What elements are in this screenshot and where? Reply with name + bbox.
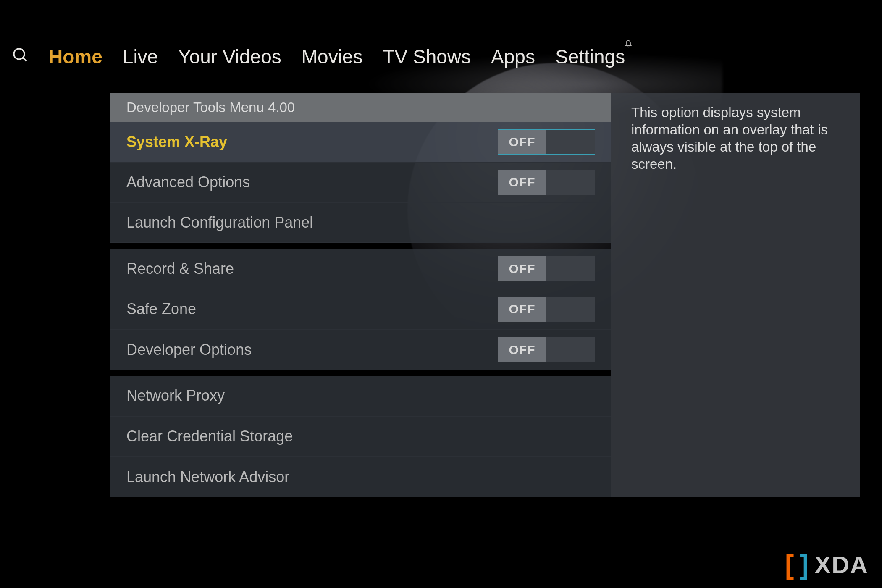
row-label: Network Proxy [126, 387, 225, 404]
toggle-system-x-ray[interactable]: OFF [498, 129, 595, 155]
row-label: System X-Ray [126, 133, 227, 151]
row-advanced-options[interactable]: Advanced Options OFF [110, 163, 611, 203]
toggle-state: OFF [498, 337, 546, 362]
row-clear-credential-storage[interactable]: Clear Credential Storage [110, 417, 611, 457]
section-divider [110, 370, 611, 376]
toggle-state: OFF [498, 170, 546, 195]
toggle-empty [546, 170, 595, 195]
info-text: This option displays system information … [631, 104, 845, 173]
row-label: Launch Configuration Panel [126, 214, 313, 231]
row-label: Launch Network Advisor [126, 468, 289, 486]
toggle-state: OFF [498, 297, 546, 322]
menu-header-label: Developer Tools Menu 4.00 [126, 100, 295, 116]
svg-line-1 [23, 58, 26, 61]
nav-settings[interactable]: Settings [555, 45, 625, 68]
notification-bell-icon [624, 30, 633, 53]
row-label: Clear Credential Storage [126, 428, 293, 445]
row-launch-configuration-panel[interactable]: Launch Configuration Panel [110, 203, 611, 243]
nav-apps[interactable]: Apps [491, 45, 535, 68]
toggle-advanced-options[interactable]: OFF [498, 170, 595, 195]
nav-movies[interactable]: Movies [302, 45, 363, 68]
developer-tools-panel: Developer Tools Menu 4.00 System X-Ray O… [110, 93, 860, 497]
bracket-right-icon: ] [800, 551, 808, 578]
watermark-text: XDA [815, 551, 869, 579]
top-nav: Home Live Your Videos Movies TV Shows Ap… [12, 45, 865, 68]
info-panel: This option displays system information … [611, 93, 860, 497]
xda-watermark: [ ] XDA [785, 551, 869, 579]
toggle-empty [546, 297, 595, 322]
search-icon[interactable] [12, 45, 29, 68]
nav-your-videos[interactable]: Your Videos [178, 45, 281, 68]
nav-live[interactable]: Live [123, 45, 158, 68]
toggle-safe-zone[interactable]: OFF [498, 297, 595, 322]
toggle-empty [546, 256, 595, 281]
toggle-state: OFF [498, 129, 546, 155]
nav-home[interactable]: Home [49, 45, 102, 68]
bracket-left-icon: [ [785, 551, 794, 578]
toggle-developer-options[interactable]: OFF [498, 337, 595, 362]
row-label: Record & Share [126, 260, 234, 278]
row-developer-options[interactable]: Developer Options OFF [110, 330, 611, 370]
nav-settings-label: Settings [555, 46, 625, 68]
row-launch-network-advisor[interactable]: Launch Network Advisor [110, 457, 611, 497]
row-label: Advanced Options [126, 173, 250, 191]
svg-point-0 [14, 49, 24, 59]
toggle-empty [546, 129, 595, 155]
toggle-state: OFF [498, 256, 546, 281]
row-safe-zone[interactable]: Safe Zone OFF [110, 289, 611, 330]
nav-tv-shows[interactable]: TV Shows [383, 45, 471, 68]
row-label: Developer Options [126, 341, 252, 359]
row-system-x-ray[interactable]: System X-Ray OFF [110, 122, 611, 163]
toggle-record-share[interactable]: OFF [498, 256, 595, 281]
menu-column: Developer Tools Menu 4.00 System X-Ray O… [110, 93, 611, 497]
row-network-proxy[interactable]: Network Proxy [110, 376, 611, 416]
section-divider [110, 243, 611, 249]
row-label: Safe Zone [126, 300, 196, 318]
menu-header: Developer Tools Menu 4.00 [110, 93, 611, 122]
toggle-empty [546, 337, 595, 362]
row-record-and-share[interactable]: Record & Share OFF [110, 249, 611, 289]
